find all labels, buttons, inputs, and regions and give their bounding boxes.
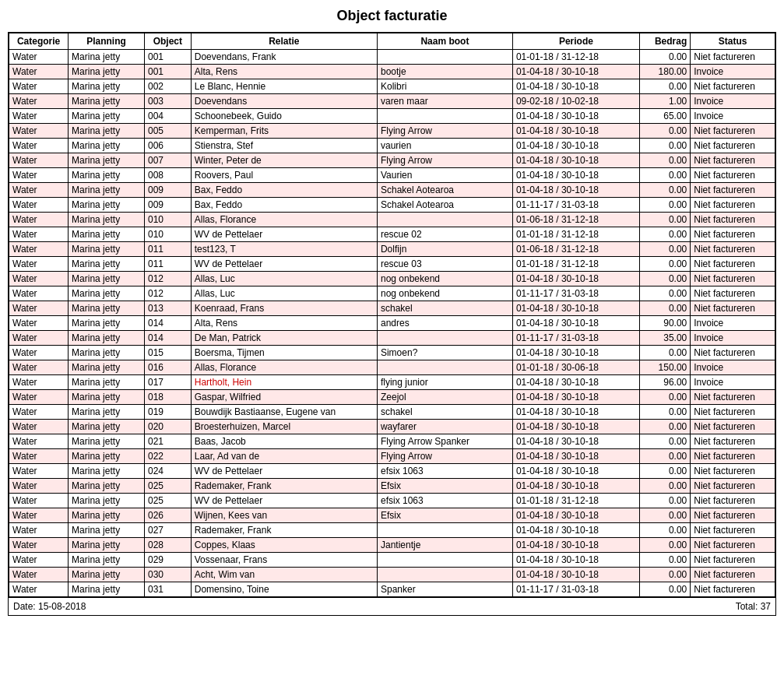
table-cell: Water — [9, 168, 69, 183]
table-cell: 0.00 — [640, 508, 691, 523]
page-title: Object facturatie — [8, 8, 776, 24]
table-cell: 01-11-17 / 31-03-18 — [512, 198, 639, 213]
table-cell: 0.00 — [640, 50, 691, 65]
table-cell: 180.00 — [640, 65, 691, 79]
table-cell: 014 — [144, 331, 191, 346]
table-cell: 009 — [144, 183, 191, 198]
table-cell: Water — [9, 183, 69, 198]
table-cell: 01-04-18 / 30-10-18 — [512, 553, 639, 568]
table-cell: 0.00 — [640, 449, 691, 464]
table-cell: Marina jetty — [69, 257, 145, 272]
table-row: WaterMarina jetty014Alta, Rensandres01-0… — [9, 316, 775, 331]
table-cell: Niet factureren — [691, 553, 775, 568]
table-cell: Laar, Ad van de — [191, 449, 377, 464]
table-cell: 0.00 — [640, 257, 691, 272]
table-cell: 0.00 — [640, 582, 691, 597]
table-cell — [377, 331, 512, 346]
table-cell: Allas, Luc — [191, 286, 377, 301]
table-cell: 01-04-18 / 30-10-18 — [512, 79, 639, 94]
table-row: WaterMarina jetty013Koenraad, Fransschak… — [9, 301, 775, 316]
table-cell: 0.00 — [640, 168, 691, 183]
table-cell: 002 — [144, 79, 191, 94]
table-cell: 90.00 — [640, 316, 691, 331]
table-cell: schakel — [377, 301, 512, 316]
table-cell: Water — [9, 272, 69, 286]
table-cell: 01-04-18 / 30-10-18 — [512, 568, 639, 582]
table-cell: Water — [9, 139, 69, 153]
table-cell: 001 — [144, 65, 191, 79]
table-cell: 012 — [144, 286, 191, 301]
table-cell: Marina jetty — [69, 79, 145, 94]
table-cell: 008 — [144, 168, 191, 183]
table-cell: 0.00 — [640, 405, 691, 420]
table-cell: 025 — [144, 494, 191, 508]
table-cell: 0.00 — [640, 346, 691, 360]
table-cell: 028 — [144, 538, 191, 553]
table-cell: 01-11-17 / 31-03-18 — [512, 331, 639, 346]
table-cell: Vaurien — [377, 168, 512, 183]
table-cell: Water — [9, 213, 69, 227]
table-cell: 0.00 — [640, 553, 691, 568]
table-cell: 1.00 — [640, 94, 691, 109]
table-cell: Water — [9, 375, 69, 390]
table-cell: Marina jetty — [69, 168, 145, 183]
header-categorie: Categorie — [9, 33, 69, 50]
table-row: WaterMarina jetty012Allas, Lucnog onbeke… — [9, 272, 775, 286]
table-cell: Marina jetty — [69, 153, 145, 168]
table-cell: Schoonebeek, Guido — [191, 109, 377, 124]
table-cell: 01-04-18 / 30-10-18 — [512, 301, 639, 316]
table-row: WaterMarina jetty010WV de Pettelaerrescu… — [9, 227, 775, 242]
table-cell: Niet factureren — [691, 390, 775, 405]
table-cell: Niet factureren — [691, 50, 775, 65]
table-row: WaterMarina jetty011test123, TDolfijn01-… — [9, 242, 775, 257]
table-cell — [377, 568, 512, 582]
table-cell: 01-04-18 / 30-10-18 — [512, 390, 639, 405]
table-cell: Water — [9, 65, 69, 79]
table-cell: Rademaker, Frank — [191, 523, 377, 538]
table-row: WaterMarina jetty015Boersma, TijmenSimoe… — [9, 346, 775, 360]
table-cell — [377, 360, 512, 375]
table-cell: Simoen? — [377, 346, 512, 360]
table-cell: Marina jetty — [69, 360, 145, 375]
table-cell — [377, 109, 512, 124]
data-table: Categorie Planning Object Relatie Naam b… — [9, 33, 775, 597]
table-row: WaterMarina jetty021Baas, JacobFlying Ar… — [9, 434, 775, 449]
table-cell: rescue 03 — [377, 257, 512, 272]
table-footer: Date: 15-08-2018 Total: 37 — [9, 597, 775, 615]
table-row: WaterMarina jetty006Stienstra, Stefvauri… — [9, 139, 775, 153]
header-bedrag: Bedrag — [640, 33, 691, 50]
table-cell: Flying Arrow — [377, 124, 512, 139]
table-cell: 150.00 — [640, 360, 691, 375]
table-row: WaterMarina jetty008Roovers, PaulVaurien… — [9, 168, 775, 183]
table-cell: Niet factureren — [691, 464, 775, 479]
table-cell: 0.00 — [640, 242, 691, 257]
table-cell: Invoice — [691, 360, 775, 375]
table-cell: Marina jetty — [69, 124, 145, 139]
table-cell: wayfarer — [377, 420, 512, 434]
table-cell: 004 — [144, 109, 191, 124]
table-cell: 011 — [144, 242, 191, 257]
table-row: WaterMarina jetty004Schoonebeek, Guido01… — [9, 109, 775, 124]
table-cell: 0.00 — [640, 272, 691, 286]
table-row: WaterMarina jetty025Rademaker, FrankEfsi… — [9, 479, 775, 494]
table-cell: bootje — [377, 65, 512, 79]
table-cell: 019 — [144, 405, 191, 420]
table-cell: Marina jetty — [69, 375, 145, 390]
table-cell: test123, T — [191, 242, 377, 257]
table-cell: 35.00 — [640, 331, 691, 346]
table-cell: Winter, Peter de — [191, 153, 377, 168]
table-cell: 01-04-18 / 30-10-18 — [512, 168, 639, 183]
table-row: WaterMarina jetty001Doevendans, Frank01-… — [9, 50, 775, 65]
table-cell: efsix 1063 — [377, 464, 512, 479]
table-cell: Niet factureren — [691, 286, 775, 301]
header-relatie: Relatie — [191, 33, 377, 50]
table-cell: Alta, Rens — [191, 65, 377, 79]
table-cell: Schakel Aotearoa — [377, 183, 512, 198]
table-row: WaterMarina jetty001Alta, Rensbootje01-0… — [9, 65, 775, 79]
table-cell: 0.00 — [640, 139, 691, 153]
table-cell: Niet factureren — [691, 79, 775, 94]
table-row: WaterMarina jetty026Wijnen, Kees vanEfsi… — [9, 508, 775, 523]
table-cell: 01-04-18 / 30-10-18 — [512, 139, 639, 153]
table-cell: Marina jetty — [69, 316, 145, 331]
table-cell: Water — [9, 538, 69, 553]
